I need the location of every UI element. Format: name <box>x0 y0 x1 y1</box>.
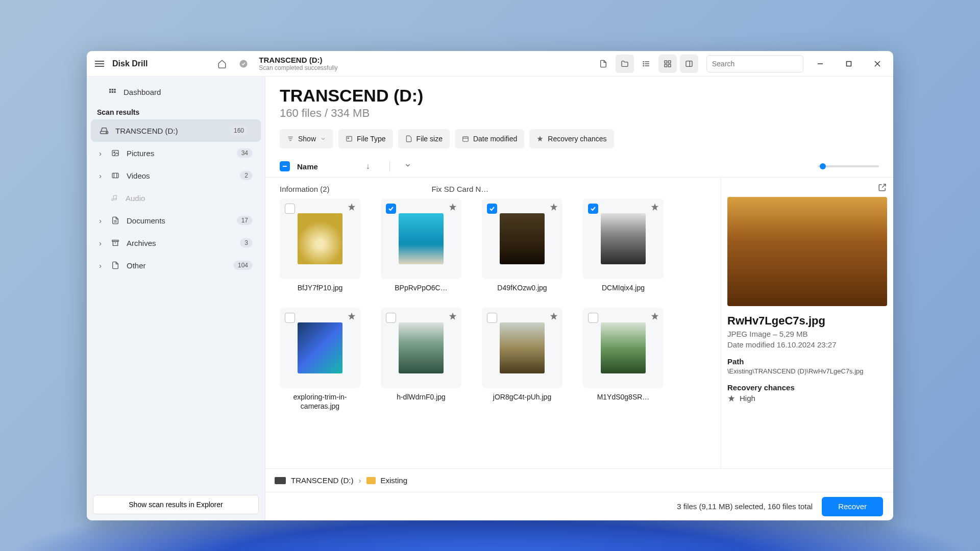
preview-date: Date modified 16.10.2024 23:27 <box>727 340 887 349</box>
videos-icon <box>110 170 120 181</box>
file-card[interactable]: jOR8gC4t-pUh.jpg <box>482 308 562 411</box>
folder-icon <box>366 477 376 484</box>
sidebar-item-label: Other <box>127 261 227 270</box>
chip-label: Date modified <box>473 135 517 143</box>
star-icon[interactable] <box>347 203 356 214</box>
search-box[interactable] <box>706 55 803 72</box>
star-icon[interactable] <box>650 312 659 323</box>
sidebar-item-label: Videos <box>127 171 234 180</box>
column-header-row: Name ↓ <box>265 156 893 178</box>
file-card[interactable]: exploring-trim-in-cameras.jpg <box>280 308 360 411</box>
file-card[interactable]: BPpRvPpO6C… <box>381 198 461 292</box>
thumbnail <box>298 322 342 373</box>
column-dropdown-icon[interactable] <box>404 162 411 171</box>
column-name[interactable]: Name <box>297 162 318 171</box>
popout-icon[interactable] <box>878 183 887 194</box>
sidebar-dashboard[interactable]: Dashboard <box>87 81 265 103</box>
maximize-button[interactable] <box>837 55 861 73</box>
home-icon[interactable] <box>214 56 230 72</box>
folder-action-icon[interactable] <box>616 55 634 73</box>
file-name: M1YdS0g8SR… <box>597 392 650 402</box>
archives-icon <box>110 238 120 248</box>
file-name: h-dlWdrnF0.jpg <box>397 392 446 402</box>
sidebar-item-videos[interactable]: › Videos 2 <box>87 164 265 187</box>
close-button[interactable] <box>866 55 889 73</box>
thumbnail <box>601 322 646 373</box>
sidebar-item-other[interactable]: › Other 104 <box>87 254 265 277</box>
file-card[interactable]: BfJY7fP10.jpg <box>280 198 360 292</box>
sidebar-item-documents[interactable]: › Documents 17 <box>87 209 265 232</box>
hamburger-icon[interactable] <box>95 61 104 67</box>
file-name: BPpRvPpO6C… <box>395 283 447 292</box>
recover-button[interactable]: Recover <box>822 497 883 516</box>
list-view-icon[interactable] <box>637 55 655 73</box>
file-card[interactable]: DCMIqix4.jpg <box>583 198 664 292</box>
file-checkbox[interactable] <box>285 313 295 323</box>
svg-rect-10 <box>668 64 671 67</box>
file-card[interactable]: D49fKOzw0.jpg <box>482 198 562 292</box>
svg-rect-43 <box>463 137 469 141</box>
star-icon[interactable] <box>347 312 356 323</box>
breadcrumb-drive[interactable]: TRANSCEND (D:) <box>291 476 354 485</box>
sidebar-section-header: Scan results <box>87 103 265 119</box>
file-checkbox[interactable] <box>487 204 497 214</box>
show-in-explorer-button[interactable]: Show scan results in Explorer <box>93 495 259 514</box>
sidebar-item-drive[interactable]: TRANSCEND (D:) 160 <box>91 119 261 142</box>
search-input[interactable] <box>712 60 801 68</box>
select-all-checkbox[interactable] <box>280 161 290 171</box>
minimize-button[interactable] <box>808 55 832 73</box>
sidebar-item-pictures[interactable]: › Pictures 34 <box>87 142 265 164</box>
file-card[interactable]: M1YdS0g8SR… <box>583 308 664 411</box>
zoom-slider[interactable] <box>818 165 879 167</box>
svg-point-42 <box>348 138 349 139</box>
svg-rect-23 <box>112 91 113 93</box>
file-action-icon[interactable] <box>594 55 612 73</box>
file-checkbox[interactable] <box>588 204 598 214</box>
sidebar-item-audio[interactable]: Audio <box>87 187 265 209</box>
svg-point-0 <box>240 60 248 67</box>
svg-rect-41 <box>347 136 352 141</box>
star-icon[interactable] <box>448 312 457 323</box>
svg-rect-8 <box>668 61 671 63</box>
chevron-right-icon: › <box>99 261 106 270</box>
sidebar-item-badge: 160 <box>229 126 249 135</box>
file-card[interactable]: h-dlWdrnF0.jpg <box>381 308 461 411</box>
group-header[interactable]: Information (2) <box>280 185 330 193</box>
filter-date-modified[interactable]: Date modified <box>455 129 524 148</box>
grid-view-icon[interactable] <box>658 55 677 73</box>
chevron-right-icon: › <box>99 239 106 247</box>
svg-rect-9 <box>665 64 667 67</box>
other-icon <box>110 260 120 270</box>
svg-point-6 <box>643 65 644 66</box>
star-icon[interactable] <box>549 312 558 323</box>
file-name: DCMIqix4.jpg <box>602 283 645 292</box>
thumbnail <box>399 322 444 373</box>
sidebar-item-archives[interactable]: › Archives 3 <box>87 232 265 254</box>
file-checkbox[interactable] <box>386 313 396 323</box>
selection-status: 3 files (9,11 MB) selected, 160 files to… <box>677 502 813 511</box>
star-icon[interactable] <box>650 203 659 214</box>
page-subtitle: 160 files / 334 MB <box>280 107 879 120</box>
star-icon[interactable] <box>448 203 457 214</box>
location-subtitle: Scan completed successfully <box>259 64 337 71</box>
file-grid: Information (2) Fix SD Card N… BfJY7fP10… <box>265 178 721 468</box>
filter-recovery-chances[interactable]: Recovery chances <box>529 129 614 148</box>
file-checkbox[interactable] <box>487 313 497 323</box>
chevron-right-icon: › <box>99 171 106 180</box>
group-header[interactable]: Fix SD Card N… <box>432 185 489 193</box>
file-checkbox[interactable] <box>285 204 295 214</box>
filter-show[interactable]: Show <box>280 129 333 148</box>
panel-toggle-icon[interactable] <box>680 55 698 73</box>
star-icon[interactable] <box>549 203 558 214</box>
filter-file-type[interactable]: File Type <box>338 129 393 148</box>
thumbnail <box>500 213 545 264</box>
scan-status-icon <box>235 56 252 72</box>
file-checkbox[interactable] <box>588 313 598 323</box>
sidebar-item-label: Dashboard <box>124 88 253 96</box>
breadcrumb-folder[interactable]: Existing <box>381 476 408 485</box>
preview-recovery-label: Recovery chances <box>727 383 887 392</box>
documents-icon <box>110 215 120 226</box>
file-checkbox[interactable] <box>386 204 396 214</box>
sort-arrow-icon[interactable]: ↓ <box>366 162 370 171</box>
filter-file-size[interactable]: File size <box>398 129 450 148</box>
